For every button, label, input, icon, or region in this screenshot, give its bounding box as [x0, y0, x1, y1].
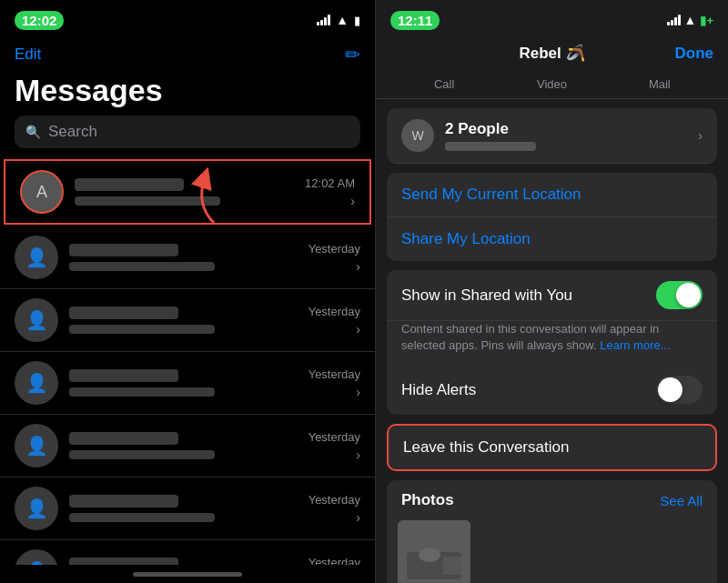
conv-name-3 [69, 369, 178, 382]
wifi-icon: ▲ [336, 13, 349, 27]
conv-preview-3 [69, 387, 215, 397]
conversation-item-4[interactable]: 👤 Yesterday › [0, 415, 375, 477]
shared-description: Content shared in this conversation will… [387, 321, 717, 365]
people-subtitle [445, 142, 536, 151]
learn-more-link[interactable]: Learn more... [600, 338, 670, 352]
edit-button[interactable]: Edit [15, 45, 41, 64]
conv-preview-0 [75, 196, 220, 206]
people-section: W 2 People › [387, 108, 717, 164]
conv-content-0 [75, 178, 305, 206]
search-input[interactable]: Search [48, 123, 97, 141]
conv-name-6 [69, 558, 178, 565]
conv-time-3: Yesterday [308, 367, 360, 381]
people-count: 2 People [445, 120, 698, 138]
leave-conversation-label: Leave this Conversation [403, 438, 569, 456]
search-icon: 🔍 [25, 125, 41, 139]
battery-icon: ▮ [354, 14, 360, 27]
people-info: 2 People [445, 120, 698, 151]
conv-time-4: Yesterday [308, 430, 360, 444]
avatar-container-0: A [20, 170, 64, 214]
avatar-container-3: 👤 [15, 361, 58, 405]
conv-name-1 [69, 244, 178, 256]
conv-meta-3: Yesterday › [308, 367, 360, 399]
avatar-container-4: 👤 [15, 424, 58, 467]
conversation-item-2[interactable]: 👤 Yesterday › [0, 289, 375, 352]
hide-alerts-toggle[interactable] [656, 376, 703, 404]
share-location-label: Share My Location [401, 230, 531, 247]
conv-content-4 [69, 432, 308, 459]
avatar-container-1: 👤 [15, 236, 58, 279]
home-indicator [0, 565, 375, 583]
send-location-label: Send My Current Location [401, 186, 581, 203]
photos-header: Photos See All [387, 480, 717, 520]
photos-see-all-button[interactable]: See All [660, 493, 703, 508]
detail-header: Rebel 🪃 Done [376, 40, 728, 70]
conv-chevron-2: › [356, 322, 360, 337]
tab-mail[interactable]: Mail [606, 70, 713, 98]
svg-point-3 [419, 548, 440, 562]
conversation-item-5[interactable]: 👤 Yesterday › [0, 477, 375, 540]
conv-meta-1: Yesterday › [308, 242, 360, 274]
conversation-item-1[interactable]: 👤 Yesterday › [0, 226, 375, 289]
conv-content-3 [69, 369, 308, 397]
detail-title: Rebel 🪃 [519, 44, 584, 63]
detail-content: W 2 People › Send My Current Location Sh… [376, 99, 728, 583]
avatar-6: 👤 [15, 549, 58, 565]
svg-rect-4 [443, 557, 461, 575]
conv-chevron-1: › [356, 259, 360, 274]
conv-meta-0: 12:02 AM › [305, 176, 355, 208]
done-button[interactable]: Done [675, 45, 714, 63]
share-location-row[interactable]: Share My Location [387, 217, 717, 261]
messages-title: Messages [0, 73, 375, 116]
avatar-0: A [20, 170, 64, 214]
conv-preview-5 [69, 513, 215, 522]
conv-meta-6: Yesterday › [308, 556, 360, 566]
people-avatar: W [401, 119, 434, 152]
photos-section: Photos See All W [387, 480, 717, 583]
conversation-item-6[interactable]: 👤 Yesterday › [0, 540, 375, 565]
compose-button[interactable]: ✏ [345, 44, 360, 65]
conv-preview-1 [69, 262, 215, 271]
conv-time-1: Yesterday [308, 242, 360, 256]
tab-call[interactable]: Call [390, 70, 498, 98]
conv-chevron-0: › [350, 194, 355, 208]
conv-name-0 [75, 178, 184, 191]
leave-section: Leave this Conversation [387, 424, 717, 471]
settings-section: Show in Shared with You Content shared i… [387, 270, 717, 415]
conv-content-6 [69, 558, 308, 565]
conversation-item-3[interactable]: 👤 Yesterday › [0, 352, 375, 415]
status-time-right: 12:11 [390, 11, 440, 30]
photo-thumbnail-0[interactable]: W [398, 520, 470, 583]
signal-icon [317, 15, 330, 25]
signal-icon-right [667, 15, 681, 25]
shared-with-you-toggle[interactable] [656, 281, 703, 309]
conv-time-0: 12:02 AM [305, 176, 355, 190]
conv-time-6: Yesterday [308, 556, 360, 566]
conversation-item-0[interactable]: A 12:02 AM › [4, 159, 371, 225]
conv-chevron-3: › [356, 385, 360, 399]
conversations-list: A 12:02 AM › 👤 Yesterday › [0, 157, 375, 565]
conv-chevron-5: › [356, 510, 360, 525]
conv-preview-2 [69, 325, 215, 334]
send-location-row[interactable]: Send My Current Location [387, 173, 717, 217]
conv-meta-5: Yesterday › [308, 493, 360, 525]
hide-alerts-label: Hide Alerts [401, 381, 656, 399]
avatar-5: 👤 [15, 487, 58, 530]
avatar-container-2: 👤 [15, 298, 58, 342]
search-bar[interactable]: 🔍 Search [15, 116, 360, 148]
status-bar-right: 12:11 ▲ ▮+ [376, 0, 728, 40]
avatar-container-5: 👤 [15, 487, 58, 530]
conv-content-2 [69, 307, 308, 334]
leave-conversation-row[interactable]: Leave this Conversation [389, 426, 715, 469]
messages-panel: 12:02 ▲ ▮ Edit ✏ Messages 🔍 Search A [0, 0, 376, 583]
status-time-left: 12:02 [15, 11, 64, 30]
people-row[interactable]: W 2 People › [387, 108, 717, 164]
conv-name-2 [69, 307, 178, 319]
conv-content-5 [69, 495, 308, 522]
avatar-container-6: 👤 [15, 549, 58, 565]
conv-meta-2: Yesterday › [308, 305, 360, 337]
detail-panel: 12:11 ▲ ▮+ Rebel 🪃 Done Call Video Mail [376, 0, 728, 583]
avatar-4: 👤 [15, 424, 58, 467]
tab-video[interactable]: Video [498, 70, 605, 98]
conv-content-1 [69, 244, 308, 271]
